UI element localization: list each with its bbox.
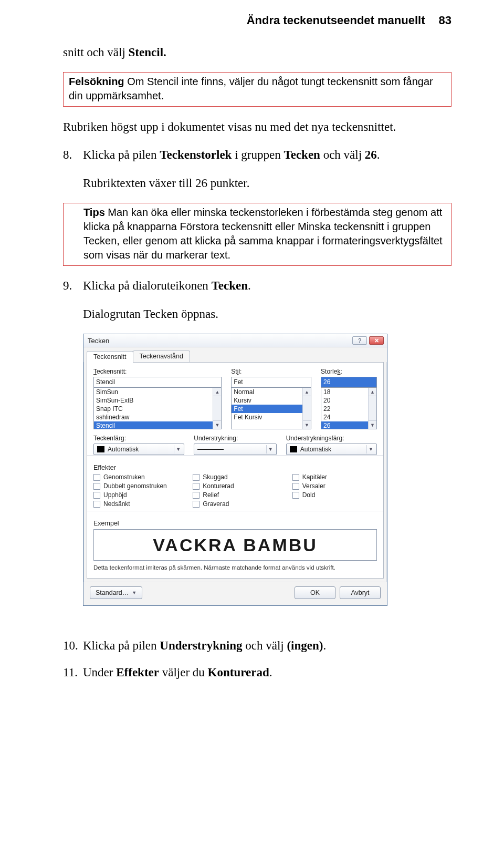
para-after-box1: Rubriken högst upp i dokumentet visas nu… <box>63 119 452 135</box>
chk-dubbelt-genomstruken[interactable]: Dubbelt genomstruken <box>93 482 178 490</box>
underlinecolor-combo[interactable]: Automatisk ▼ <box>286 444 377 455</box>
example-label: Exempel <box>93 520 377 527</box>
chk-relief[interactable]: Relief <box>193 491 277 499</box>
page-header: Ändra teckenutseendet manuellt83 <box>63 14 452 27</box>
list-item[interactable]: Normal <box>232 388 311 396</box>
list-item[interactable]: SimSun <box>94 388 221 396</box>
dialog-titlebar: Tecken ? ✕ <box>83 334 387 347</box>
list-item[interactable]: Fet <box>232 405 311 413</box>
list-item[interactable]: Fet Kursiv <box>232 413 311 421</box>
label-style: Stil: <box>231 368 311 375</box>
underline-sample <box>197 449 224 450</box>
style-input[interactable]: Fet <box>231 377 311 387</box>
step-10: 10. Klicka på pilen Understrykning och v… <box>63 637 452 654</box>
intro-paragraph: snitt och välj Stencil. <box>63 44 452 60</box>
chevron-down-icon: ▼ <box>174 445 182 453</box>
list-item[interactable]: Stencil <box>94 421 221 429</box>
chevron-down-icon: ▼ <box>266 445 275 453</box>
close-button[interactable]: ✕ <box>369 336 384 345</box>
chevron-down-icon: ▼ <box>366 445 375 453</box>
para-after-step8: Rubriktexten växer till 26 punkter. <box>63 175 452 191</box>
size-input[interactable]: 26 <box>321 377 377 387</box>
font-input[interactable]: Stencil <box>93 377 222 387</box>
style-listbox[interactable]: Normal Kursiv Fet Fet Kursiv ▲▼ <box>231 387 311 429</box>
chk-skuggad[interactable]: Skuggad <box>193 473 277 481</box>
label-underline: Understrykning: <box>194 435 277 442</box>
help-button[interactable]: ? <box>352 336 367 345</box>
preview-note: Detta teckenformat imiteras på skärmen. … <box>93 564 377 572</box>
box1-lead: Felsökning <box>69 76 124 87</box>
chk-nedsankt[interactable]: Nedsänkt <box>93 500 178 508</box>
step-8: 8. Klicka på pilen Teckenstorlek i grupp… <box>63 147 452 163</box>
ok-button[interactable]: OK <box>295 586 335 599</box>
chevron-down-icon: ▼ <box>132 590 136 595</box>
dialog-tabs: Teckensnitt Teckenavstånd <box>83 347 387 362</box>
step-9: 9. Klicka på dialoruteikonen Tecken. <box>63 277 452 294</box>
size-listbox[interactable]: 18 20 22 24 26 ▲▼ <box>321 387 377 429</box>
step-11: 11. Under Effekter väljer du Konturerad. <box>63 664 452 681</box>
preview-text: VACKRA BAMBU <box>153 535 318 555</box>
scrollbar[interactable]: ▲▼ <box>368 388 376 429</box>
chk-upphojd[interactable]: Upphöjd <box>93 491 178 499</box>
dialog-title: Tecken <box>88 337 109 345</box>
box2-text: Man kan öka eller minska teckenstorleken… <box>83 207 443 261</box>
chk-konturerad[interactable]: Konturerad <box>193 482 277 490</box>
label-font: Teckensnitt: <box>93 368 222 375</box>
tab-teckenavstand[interactable]: Teckenavstånd <box>133 350 190 362</box>
para-after-step9: Dialogrutan Tecken öppnas. <box>63 306 452 322</box>
underline-combo[interactable]: ▼ <box>194 444 277 455</box>
list-item[interactable]: sshlinedraw <box>94 413 221 421</box>
effects-label: Effekter <box>93 464 377 471</box>
scrollbar[interactable]: ▲▼ <box>213 388 221 429</box>
font-listbox[interactable]: SimSun SimSun-ExtB Snap ITC sshlinedraw … <box>93 387 222 429</box>
list-item[interactable]: SimSun-ExtB <box>94 396 221 405</box>
list-item[interactable]: Snap ITC <box>94 405 221 413</box>
troubleshooting-box: Felsökning Om Stencil inte finns, väljer… <box>63 72 452 107</box>
font-dialog: Tecken ? ✕ Teckensnitt Teckenavstånd Tec… <box>83 334 387 606</box>
label-size: Storlek: <box>321 368 377 375</box>
chk-graverad[interactable]: Graverad <box>193 500 277 508</box>
preview-box: VACKRA BAMBU <box>93 529 377 561</box>
scrollbar[interactable]: ▲▼ <box>302 388 311 429</box>
window-buttons: ? ✕ <box>352 336 384 345</box>
label-fontcolor: Teckenfärg: <box>93 435 184 442</box>
label-underlinecolor: Understrykningsfärg: <box>286 435 377 442</box>
chk-genomstruken[interactable]: Genomstruken <box>93 473 178 481</box>
tips-box: Tips Man kan öka eller minska teckenstor… <box>63 203 452 266</box>
chk-dold[interactable]: Dold <box>292 491 377 499</box>
fontcolor-combo[interactable]: Automatisk ▼ <box>93 444 184 455</box>
page: Ändra teckenutseendet manuellt83 snitt o… <box>0 0 504 723</box>
dialog-footer: Standard…▼ OK Avbryt <box>83 582 387 605</box>
chk-kapitaler[interactable]: Kapitäler <box>292 473 377 481</box>
cancel-button[interactable]: Avbryt <box>340 586 381 599</box>
header-title: Ändra teckenutseendet manuellt <box>247 14 425 27</box>
box2-lead: Tips <box>83 207 105 218</box>
standard-button[interactable]: Standard…▼ <box>90 586 142 599</box>
effects-grid: Genomstruken Skuggad Kapitäler Dubbelt g… <box>93 473 377 508</box>
page-number: 83 <box>439 14 452 27</box>
dialog-pane: Teckensnitt: Stencil SimSun SimSun-ExtB … <box>87 362 384 579</box>
list-item[interactable]: Kursiv <box>232 396 311 405</box>
tab-teckensnitt[interactable]: Teckensnitt <box>87 351 133 363</box>
chk-versaler[interactable]: Versaler <box>292 482 377 490</box>
